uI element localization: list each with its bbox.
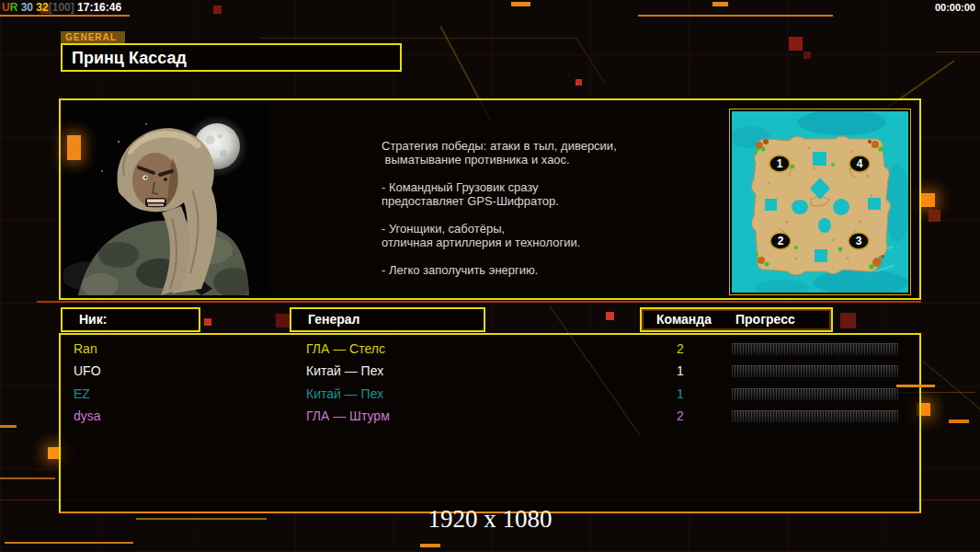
- decor-square: [67, 135, 81, 160]
- general-tab-label: GENERAL: [61, 31, 125, 43]
- player-team: 2: [669, 341, 691, 356]
- strategy-line: - Угонщики, саботёры,: [382, 222, 657, 236]
- decor-dash: [511, 2, 530, 6]
- team-column-header: Команда: [656, 312, 712, 327]
- decor-line: [37, 301, 921, 303]
- start-position-2: 2: [778, 235, 784, 247]
- player-nick: Ran: [74, 341, 97, 356]
- decor-diagonal: [576, 39, 605, 83]
- decor-dash: [712, 2, 728, 6]
- decor-square: [204, 318, 211, 326]
- decor-line: [936, 52, 980, 52]
- player-general: Китай — Пех: [306, 363, 383, 378]
- progress-bar: [732, 388, 898, 400]
- strategy-line: Стратегия победы: атаки в тыл, диверсии,: [382, 139, 657, 153]
- general-info-panel: Стратегия победы: атаки в тыл, диверсии,…: [59, 98, 921, 300]
- player-row: UFO Китай — Пех 1: [61, 361, 919, 383]
- strategy-line: [382, 249, 657, 263]
- decor-line: [0, 15, 130, 17]
- loading-screen: UR 30 32[100] 17:16:46 00:00:00 GENERAL …: [0, 0, 980, 552]
- decor-square: [789, 37, 803, 51]
- team-progress-column-header: КомандаПрогресс: [640, 307, 833, 332]
- debug-status-bar: UR 30 32[100] 17:16:46: [2, 1, 121, 14]
- decor-dash: [949, 420, 969, 423]
- strategy-line: отличная артиллерия и технологии.: [382, 236, 657, 249]
- portrait-art: [63, 103, 268, 295]
- general-column-header: Генерал: [290, 307, 485, 332]
- resolution-label: 1920 x 1080: [0, 505, 980, 534]
- player-nick: EZ: [74, 386, 90, 401]
- game-timer: 00:00:00: [935, 2, 975, 13]
- decor-line: [0, 477, 55, 479]
- player-row: dysa ГЛА — Штурм 2: [61, 406, 919, 428]
- map-preview: 1 4 2 3: [729, 109, 911, 295]
- decor-square: [276, 314, 290, 328]
- decor-line: [5, 542, 133, 544]
- strategy-line: [382, 208, 657, 222]
- start-position-1: 1: [777, 157, 783, 170]
- start-position-3: 3: [856, 235, 862, 247]
- player-nick: UFO: [74, 363, 101, 378]
- decor-square: [803, 52, 811, 59]
- decor-square: [606, 312, 614, 320]
- decor-line: [896, 385, 935, 387]
- player-nick: dysa: [74, 408, 101, 423]
- strategy-line: - Командный Грузовик сразу: [382, 180, 657, 194]
- decor-square: [929, 210, 940, 222]
- decor-square: [840, 313, 856, 328]
- strategy-description: Стратегия победы: атаки в тыл, диверсии,…: [382, 139, 657, 277]
- decor-square: [921, 193, 935, 207]
- progress-column-header: Прогресс: [735, 312, 795, 327]
- decor-dash: [0, 425, 17, 428]
- progress-bar: [732, 410, 898, 422]
- decor-square: [213, 6, 222, 14]
- player-list-panel: Ran ГЛА — Стелс 2 UFO Китай — Пех 1 EZ К…: [59, 333, 921, 513]
- decor-line: [638, 15, 833, 17]
- player-general: ГЛА — Штурм: [306, 408, 390, 423]
- strategy-line: - Легко заполучить энергию.: [382, 263, 657, 277]
- general-portrait: [63, 103, 268, 295]
- progress-bar: [732, 343, 898, 355]
- strategy-line: выматывание противника и хаос.: [382, 153, 657, 167]
- status-segment: U: [2, 1, 10, 14]
- map-preview-art: 1 4 2 3: [732, 111, 908, 293]
- player-general: Китай — Пех: [306, 386, 383, 401]
- nick-column-header: Ник:: [61, 307, 200, 332]
- decor-square: [575, 79, 582, 86]
- progress-bar: [732, 365, 898, 377]
- player-team: 1: [669, 363, 691, 378]
- decor-line: [260, 38, 578, 39]
- strategy-line: предоставляет GPS-Шифратор.: [382, 194, 657, 208]
- player-team: 2: [669, 408, 691, 423]
- general-name: Принц Кассад: [63, 45, 400, 68]
- start-position-4: 4: [857, 157, 863, 170]
- player-team: 1: [669, 386, 691, 401]
- player-row: EZ Китай — Пех 1: [61, 384, 919, 406]
- player-general: ГЛА — Стелс: [306, 341, 385, 356]
- decor-diagonal: [922, 361, 980, 416]
- status-segment: 30: [17, 1, 33, 14]
- status-segment: 32: [33, 1, 49, 14]
- status-segment: 17:16:46: [74, 1, 121, 14]
- player-row: Ran ГЛА — Стелс 2: [61, 339, 919, 361]
- strategy-line: [382, 167, 657, 180]
- status-segment: [100]: [49, 1, 74, 14]
- decor-dash: [420, 544, 440, 547]
- general-name-box: Принц Кассад: [61, 43, 402, 72]
